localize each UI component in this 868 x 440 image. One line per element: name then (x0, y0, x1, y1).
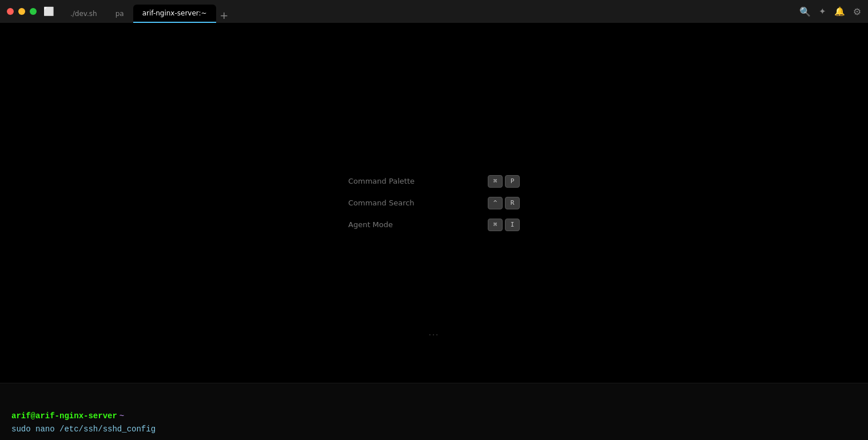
terminal-body[interactable]: Command Palette ⌘ P Command Search ^ R A… (0, 23, 868, 383)
add-tab-button[interactable]: + (216, 7, 232, 23)
tab-dev[interactable]: ./dev.sh (61, 5, 106, 23)
terminal-footer: arif@arif-nginx-server ~ sudo nano /etc/… (0, 383, 868, 440)
key-i: I (505, 219, 520, 231)
key-ctrl: ^ (488, 197, 503, 209)
menu-item-command-palette[interactable]: Command Palette ⌘ P (348, 171, 520, 192)
title-bar-actions: 🔍 ✦ 🔔 ⚙ (799, 6, 861, 17)
key-cmd: ⌘ (488, 175, 503, 188)
prompt-line: arif@arif-nginx-server ~ (11, 410, 857, 422)
bookmark-icon[interactable]: ✦ (819, 6, 826, 17)
command-search-label: Command Search (348, 199, 415, 207)
agent-mode-label: Agent Mode (348, 220, 393, 229)
key-cmd-2: ⌘ (488, 219, 503, 231)
menu-item-command-search[interactable]: Command Search ^ R (348, 192, 520, 214)
search-icon[interactable]: 🔍 (799, 6, 811, 17)
agent-mode-keys: ⌘ I (488, 219, 520, 231)
prompt-tilde: ~ (120, 410, 124, 422)
terminal: Command Palette ⌘ P Command Search ^ R A… (0, 23, 868, 440)
notification-icon[interactable]: 🔔 (834, 6, 845, 17)
maximize-button[interactable] (30, 8, 37, 15)
command-search-keys: ^ R (488, 197, 520, 209)
tab-bar: ./dev.sh pa arif-nginx-server:~ + (61, 0, 799, 23)
tab-pa[interactable]: pa (106, 5, 133, 23)
sidebar-toggle-icon[interactable]: ⬜ (43, 6, 54, 17)
prompt-user: arif@arif-nginx-server (11, 410, 117, 422)
command-line: sudo nano /etc/ssh/sshd_config (11, 423, 857, 435)
ellipsis: ... (429, 328, 439, 337)
traffic-lights (7, 8, 37, 15)
close-button[interactable] (7, 8, 14, 15)
prompt-dollar (126, 410, 131, 422)
command-palette-keys: ⌘ P (488, 175, 520, 188)
tab-arif-nginx[interactable]: arif-nginx-server:~ (133, 5, 216, 23)
minimize-button[interactable] (18, 8, 25, 15)
key-p: P (505, 175, 520, 188)
context-menu: Command Palette ⌘ P Command Search ^ R A… (348, 171, 520, 236)
command-palette-label: Command Palette (348, 177, 415, 185)
settings-icon[interactable]: ⚙ (853, 6, 861, 17)
title-bar: ⬜ ./dev.sh pa arif-nginx-server:~ + 🔍 ✦ … (0, 0, 868, 23)
key-r: R (505, 197, 520, 209)
menu-item-agent-mode[interactable]: Agent Mode ⌘ I (348, 214, 520, 236)
command-text: sudo nano /etc/ssh/sshd_config (11, 423, 156, 435)
